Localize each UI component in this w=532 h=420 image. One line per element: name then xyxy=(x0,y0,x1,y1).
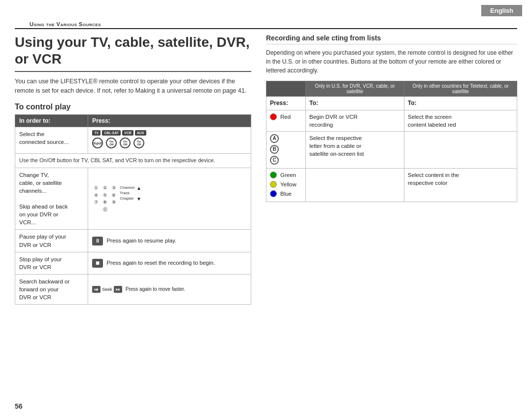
arrow-buttons: ▲ ▼ xyxy=(136,185,141,203)
tv-button: TV xyxy=(92,130,100,136)
rec-row-red: Red Begin DVR or VCRrecording Select the… xyxy=(266,110,517,131)
aux-button: AUX xyxy=(135,130,146,136)
intro-text: You can use the LIFESTYLE® remote contro… xyxy=(15,77,251,96)
page-title: Using your TV, cable, satellite, DVR, or… xyxy=(15,34,251,72)
on-off-tv: OnOff xyxy=(106,138,117,148)
table-row-stop: Stop play of yourDVR or VCR ⏹ Press agai… xyxy=(15,252,251,274)
table-row-pause: Pause play of yourDVR or VCR ⏸ Press aga… xyxy=(15,230,251,252)
numpad: ①②③ ④⑤⑥ ⑦⑧⑨ ⓪ xyxy=(92,185,118,212)
top-bar: English xyxy=(0,0,532,19)
press-cell: TV CBL·SAT VCR AUX Input OnOff xyxy=(88,127,251,154)
blue-label: Blue xyxy=(280,190,292,198)
input-circle: Input xyxy=(92,138,103,148)
yellow-label: Yellow xyxy=(280,180,297,188)
table-row-note: Use the On/Off button for TV, CBL SAT, a… xyxy=(15,154,251,168)
rec-row-abc: A B C Select the respectiveletter from a… xyxy=(266,131,517,168)
page-number: 56 xyxy=(15,402,23,410)
fastfwd-button: ⏭ xyxy=(114,286,122,293)
to-label-us: To: xyxy=(306,97,404,110)
red-dot xyxy=(270,113,277,120)
stop-button: ⏹ xyxy=(92,259,103,268)
col-header-press: Press: xyxy=(88,114,251,127)
channel-labels: ChannelTrackChapter xyxy=(120,185,134,202)
on-off-vcr: OnOff xyxy=(133,138,144,148)
press-stop: ⏹ Press again to reset the recording to … xyxy=(88,252,251,274)
table-row-channels: Change TV,cable, or satellitechannels...… xyxy=(15,168,251,230)
letter-a: A xyxy=(270,134,279,143)
col-header-action: In order to: xyxy=(15,114,88,127)
letter-b: B xyxy=(270,145,279,154)
press-channels: ①②③ ④⑤⑥ ⑦⑧⑨ ⓪ ChannelTrackChapter ▲ ▼ xyxy=(88,168,251,230)
yellow-dot xyxy=(270,181,277,188)
note-cell: Use the On/Off button for TV, CBL SAT, a… xyxy=(15,154,251,168)
subsection-title: To control play xyxy=(15,103,251,111)
us-col-header: Only in U.S. for DVR, VCR, cable, or sat… xyxy=(306,81,404,97)
rewind-button: ⏮ xyxy=(92,286,100,293)
red-label: Red xyxy=(280,113,291,121)
vcr-button: VCR xyxy=(122,130,133,136)
rec-row-colors: Green Yellow Blue Select content in ther… xyxy=(266,168,517,202)
press-seek: ⏮ Seek ⏭ Press again to move faster. xyxy=(88,274,251,304)
control-play-table: In order to: Press: Select theconnected … xyxy=(15,114,251,305)
section-label-text: Using the Various Sources xyxy=(30,21,101,27)
red-to-us: Begin DVR or VCRrecording xyxy=(306,110,404,131)
abc-press: A B C xyxy=(266,131,306,168)
table-row-seek: Search backward orforward on yourDVR or … xyxy=(15,274,251,304)
right-column: Recording and sele cting from lists Depe… xyxy=(266,34,517,305)
english-badge: English xyxy=(481,5,522,16)
red-press: Red xyxy=(266,110,306,131)
to-label-other: To: xyxy=(404,97,517,110)
section-label: Using the Various Sources xyxy=(15,19,517,29)
abc-to-other xyxy=(404,131,517,168)
colors-press: Green Yellow Blue xyxy=(266,168,306,202)
on-off-cbl: OnOff xyxy=(120,138,131,148)
abc-to-us: Select the respectiveletter from a cable… xyxy=(306,131,404,168)
press-label: Press: xyxy=(266,97,306,110)
recording-table: Only in U.S. for DVR, VCR, cable, or sat… xyxy=(266,81,517,202)
action-channels: Change TV,cable, or satellitechannels...… xyxy=(15,168,88,230)
other-col-header: Only in other countries for Teletext, ca… xyxy=(404,81,517,97)
green-dot xyxy=(270,172,277,178)
action-seek: Search backward orforward on yourDVR or … xyxy=(15,274,88,304)
action-cell: Select theconnected source... xyxy=(15,127,88,154)
colors-to-other: Select content in therespective color xyxy=(404,168,517,202)
colors-to-us xyxy=(306,168,404,202)
cblsat-button: CBL·SAT xyxy=(102,130,121,136)
main-content: Using your TV, cable, satellite, DVR, or… xyxy=(0,34,532,305)
pause-button: ⏸ xyxy=(92,237,103,245)
red-to-other: Select the screencontent labeled red xyxy=(404,110,517,131)
left-column: Using your TV, cable, satellite, DVR, or… xyxy=(15,34,251,305)
recording-intro: Depending on where you purchased your sy… xyxy=(266,48,517,75)
action-stop: Stop play of yourDVR or VCR xyxy=(15,252,88,274)
blue-dot xyxy=(270,190,277,197)
green-label: Green xyxy=(280,171,296,179)
action-pause: Pause play of yourDVR or VCR xyxy=(15,230,88,252)
letter-c: C xyxy=(270,156,279,165)
table-row: Select theconnected source... TV CBL·SAT… xyxy=(15,127,251,154)
recording-title: Recording and sele cting from lists xyxy=(266,34,517,44)
press-header xyxy=(266,81,306,97)
press-pause: ⏸ Press again to resume play. xyxy=(88,230,251,252)
